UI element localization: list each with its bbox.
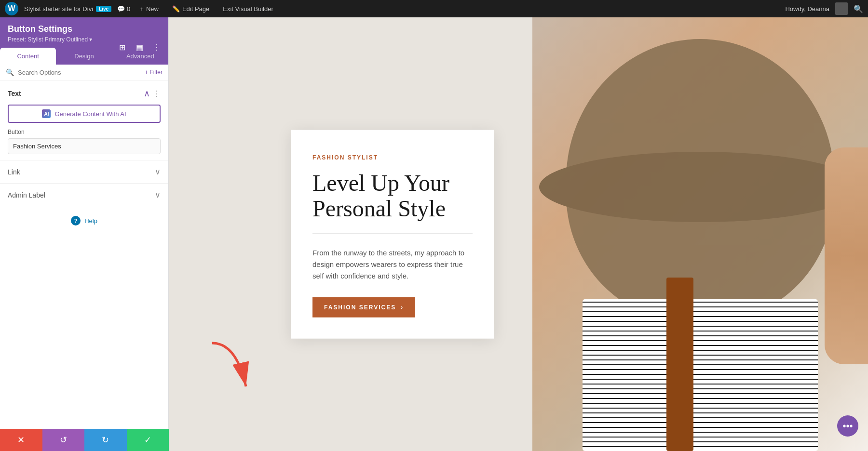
title-line2: Personal Style [312,196,446,221]
filter-label: + Filter [145,69,163,76]
header-icons: ⊞ ▦ ⋮ [115,40,163,54]
site-name: Stylist starter site for Divi [24,5,93,13]
button-arrow-icon: › [401,304,404,310]
new-label: New [146,5,159,13]
help-section: ? Help [0,206,168,235]
nav-right-section: Howdy, Deanna 🔍 [785,2,863,15]
main-content: FASHION STYLIST Level Up Your Personal S… [169,17,868,451]
link-chevron-icon: ∨ [155,167,161,176]
collapse-arrow[interactable]: ∧ [144,88,150,99]
card-divider [312,233,473,233]
link-section: Link ∨ [0,160,168,183]
save-icon: ✓ [144,435,151,445]
fashion-services-button[interactable]: FASHION SERVICES › [312,297,415,317]
comment-count[interactable]: 💬 0 [117,5,130,13]
site-link[interactable]: Stylist starter site for Divi Live [24,5,111,13]
search-bar: 🔍 + Filter [0,65,168,80]
cancel-button[interactable]: ✕ [0,429,42,451]
card-title: Level Up Your Personal Style [312,171,473,222]
ai-icon: AI [42,109,51,118]
text-section-title: Text [8,90,21,97]
sidebar-header: Button Settings Preset: Stylist Primary … [0,17,168,48]
undo-button[interactable]: ↺ [42,429,85,451]
generate-ai-button[interactable]: AI Generate Content With AI [8,105,161,123]
user-avatar[interactable] [835,2,848,15]
admin-chevron-icon: ∨ [155,190,161,199]
admin-label-title: Admin Label [8,191,45,199]
plus-icon: + [140,5,144,13]
help-link[interactable]: Help [84,217,97,225]
button-label-section: Button [0,129,168,160]
hero-card: FASHION STYLIST Level Up Your Personal S… [291,130,494,339]
redo-button[interactable]: ↻ [84,429,127,451]
save-button[interactable]: ✓ [127,429,169,451]
card-body-text: From the runway to the streets, my appro… [312,247,473,281]
admin-label-section-header[interactable]: Admin Label ∨ [8,184,161,206]
link-title: Link [8,168,20,176]
live-badge: Live [96,6,111,12]
exit-builder-button[interactable]: Exit Visual Builder [219,3,277,14]
card-eyebrow: FASHION STYLIST [312,154,473,161]
new-button[interactable]: + New [136,3,163,14]
help-icon: ? [71,216,81,226]
howdy-text: Howdy, Deanna [785,5,829,13]
text-section-header: Text ∧ ⋮ [0,80,168,103]
hat-image [566,39,835,321]
hat-brim [539,152,861,222]
button-text: FASHION SERVICES [324,304,396,310]
exit-label: Exit Visual Builder [223,5,273,13]
search-icon[interactable]: 🔍 [854,4,863,13]
tab-content[interactable]: Content [0,48,56,65]
right-edge-image [825,147,868,364]
floating-more-button[interactable]: ••• [837,415,858,437]
tab-design[interactable]: Design [56,48,112,65]
hero-background [169,17,868,451]
section-controls: ∧ ⋮ [144,88,161,99]
top-nav-bar: W Stylist starter site for Divi Live 💬 0… [0,0,868,17]
fashion-photo [532,17,868,451]
button-text-input[interactable] [8,138,161,154]
striped-shirt [583,299,817,451]
panel-title: Button Settings [8,24,161,34]
bag-strap [666,278,693,451]
sidebar-panel: Button Settings Preset: Stylist Primary … [0,17,169,451]
sidebar-body: 🔍 + Filter Text ∧ ⋮ AI Generate Content … [0,65,168,451]
more-icon[interactable]: ⋮ [150,40,163,54]
edit-page-button[interactable]: ✏️ Edit Page [168,3,213,14]
cancel-icon: ✕ [17,435,25,445]
settings-icon[interactable]: ⊞ [115,40,129,54]
title-line1: Level Up Your [312,170,449,196]
wordpress-logo[interactable]: W [5,2,18,15]
link-section-header[interactable]: Link ∨ [8,160,161,183]
search-input[interactable] [18,69,141,76]
comment-icon: 💬 [117,5,125,13]
filter-button[interactable]: + Filter [145,69,163,76]
bg-right-panel [532,17,868,451]
bottom-toolbar: ✕ ↺ ↻ ✓ [0,429,169,451]
fashion-figure [532,17,868,451]
redo-icon: ↻ [102,435,109,445]
ai-button-label: Generate Content With AI [54,110,126,118]
admin-label-section: Admin Label ∨ [0,183,168,206]
undo-icon: ↺ [60,435,67,445]
button-field-label: Button [8,129,161,135]
section-more-dots[interactable]: ⋮ [153,89,161,98]
arm-image [825,147,868,364]
search-icon: 🔍 [6,68,14,76]
edit-icon: ✏️ [172,5,180,13]
more-dots-icon: ••• [842,421,853,432]
columns-icon[interactable]: ▦ [133,40,146,54]
edit-page-label: Edit Page [182,5,209,13]
comment-number: 0 [127,5,130,13]
